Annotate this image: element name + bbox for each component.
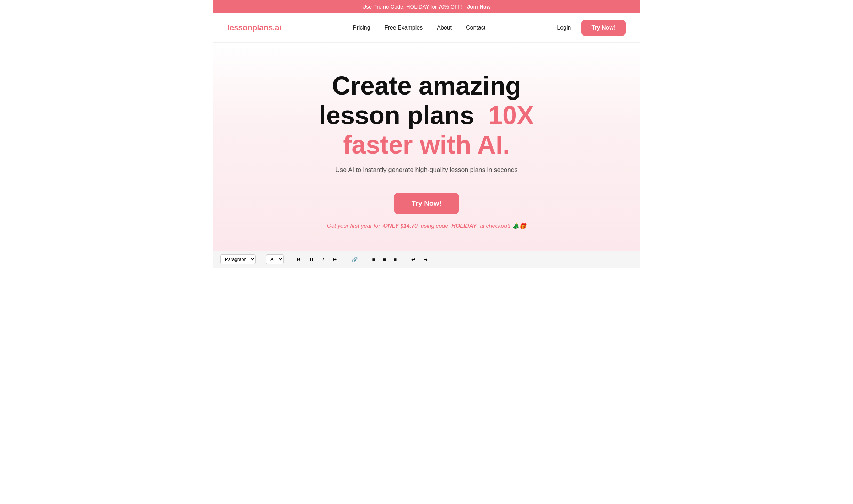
italic-button[interactable]: I xyxy=(320,255,327,264)
nav-item-contact: Contact xyxy=(466,25,485,31)
toolbar-divider-1 xyxy=(261,256,261,263)
link-button[interactable]: 🔗 xyxy=(349,255,360,264)
toolbar-divider-3 xyxy=(344,256,344,263)
promo-suffix: at checkout! 🎄🎁 xyxy=(480,223,526,229)
promo-middle: using code xyxy=(421,223,448,229)
logo-suffix: .ai xyxy=(273,23,281,32)
hero-title: Create amazing lesson plans 10X faster w… xyxy=(227,71,626,159)
toolbar-divider-4 xyxy=(365,256,365,263)
list-ordered-button[interactable]: ≡ xyxy=(381,255,388,264)
promo-join-link[interactable]: Join Now xyxy=(467,4,491,10)
bottom-toolbar: Paragraph Al B U I S 🔗 ≡ ≡ ≡ ↩ ↪ xyxy=(213,251,640,268)
redo-button[interactable]: ↪ xyxy=(421,255,430,264)
logo-text: lessonplans xyxy=(227,23,273,32)
hero-subtitle: Use AI to instantly generate high-qualit… xyxy=(227,166,626,174)
hero-title-line1: Create amazing xyxy=(332,71,521,100)
nav-link-contact[interactable]: Contact xyxy=(466,25,485,31)
hero-cta-button[interactable]: Try Now! xyxy=(394,193,459,214)
promo-amount: ONLY $14.70 xyxy=(383,223,418,229)
toolbar-divider-5 xyxy=(404,256,404,263)
bold-button[interactable]: B xyxy=(294,255,303,264)
indent-button[interactable]: ≡ xyxy=(392,255,399,264)
logo[interactable]: lessonplans.ai xyxy=(227,23,281,32)
hero-title-line2: lesson plans xyxy=(319,101,474,129)
nav-links: Pricing Free Examples About Contact xyxy=(353,25,485,31)
font-select[interactable]: Al xyxy=(266,254,284,264)
hero-promo-text: Get your first year for ONLY $14.70 usin… xyxy=(227,222,626,229)
login-link[interactable]: Login xyxy=(557,25,571,31)
promo-banner: Use Promo Code: HOLIDAY for 70% OFF! Joi… xyxy=(213,0,640,13)
promo-text: Use Promo Code: HOLIDAY for 70% OFF! xyxy=(362,4,462,10)
paragraph-select[interactable]: Paragraph xyxy=(220,254,256,264)
nav-right: Login Try Now! xyxy=(557,20,626,36)
promo-code: HOLIDAY xyxy=(451,223,477,229)
promo-prefix: Get your first year for xyxy=(327,223,380,229)
try-now-button-header[interactable]: Try Now! xyxy=(581,20,626,36)
nav-item-about: About xyxy=(437,25,452,31)
strikethrough-button[interactable]: S xyxy=(330,255,339,264)
hero-section: Create amazing lesson plans 10X faster w… xyxy=(213,43,640,251)
header: lessonplans.ai Pricing Free Examples Abo… xyxy=(213,13,640,43)
nav-link-free-examples[interactable]: Free Examples xyxy=(385,25,423,31)
nav-item-free-examples: Free Examples xyxy=(385,25,423,31)
hero-title-line3: faster with AI. xyxy=(343,130,510,159)
hero-cta-container: Try Now! xyxy=(227,187,626,222)
underline-button[interactable]: U xyxy=(307,255,316,264)
nav-item-pricing: Pricing xyxy=(353,25,370,31)
nav-link-pricing[interactable]: Pricing xyxy=(353,25,370,31)
hero-title-highlight: 10X xyxy=(488,101,534,129)
list-unordered-button[interactable]: ≡ xyxy=(370,255,377,264)
toolbar-font-group: Al xyxy=(266,254,284,264)
undo-button[interactable]: ↩ xyxy=(409,255,418,264)
main-nav: Pricing Free Examples About Contact xyxy=(353,25,485,31)
toolbar-divider-2 xyxy=(289,256,289,263)
toolbar-paragraph-group: Paragraph xyxy=(220,254,256,264)
nav-link-about[interactable]: About xyxy=(437,25,452,31)
